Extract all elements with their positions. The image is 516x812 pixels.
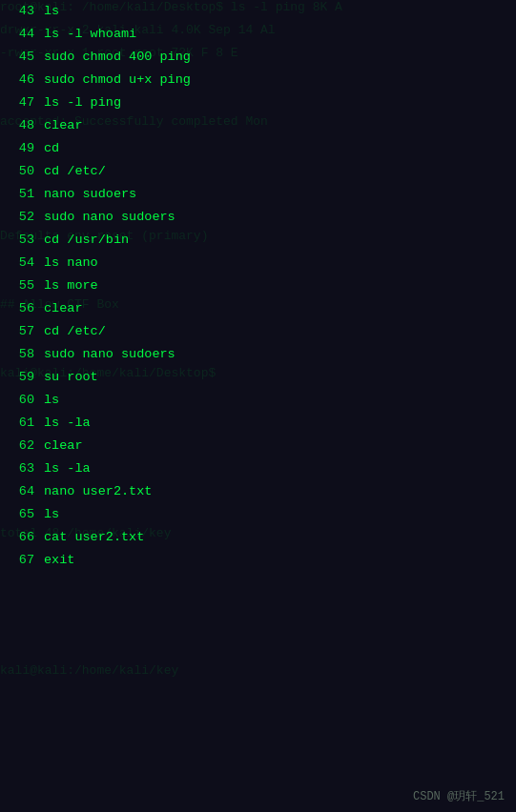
command-text: cd /etc/ xyxy=(44,324,106,338)
line-number: 59 xyxy=(8,370,44,384)
command-text: ls xyxy=(44,507,59,521)
command-text: cd xyxy=(44,141,59,155)
table-row: 50cd /etc/ xyxy=(0,164,516,187)
command-text: sudo nano sudoers xyxy=(44,347,175,361)
command-text: ls -la xyxy=(44,416,91,430)
line-number: 65 xyxy=(8,507,44,521)
watermark: CSDN @玥轩_521 xyxy=(413,788,505,804)
table-row: 47ls -l ping xyxy=(0,95,516,118)
command-text: clear xyxy=(44,438,83,453)
command-text: cd /etc/ xyxy=(44,164,106,178)
line-number: 47 xyxy=(8,95,44,110)
command-text: exit xyxy=(44,553,74,567)
table-row: 51nano sudoers xyxy=(0,187,516,210)
command-text: cat user2.txt xyxy=(44,530,144,544)
command-text: ls -la xyxy=(44,461,91,476)
line-number: 44 xyxy=(8,27,44,41)
terminal-window: root@kali: /home/kali/Desktop$ ls -l pin… xyxy=(0,0,516,812)
line-number: 50 xyxy=(8,164,44,178)
line-number: 64 xyxy=(8,484,44,498)
command-text: nano sudoers xyxy=(44,187,136,201)
table-row: 59su root xyxy=(0,370,516,393)
ghost-text: kali@kali:/home/kali/key xyxy=(0,663,516,678)
line-number: 61 xyxy=(8,416,44,430)
table-row: 48clear xyxy=(0,118,516,141)
table-row: 46sudo chmod u+x ping xyxy=(0,72,516,95)
line-number: 60 xyxy=(8,393,44,407)
table-row: 62clear xyxy=(0,438,516,461)
table-row: 52sudo nano sudoers xyxy=(0,210,516,233)
table-row: 57cd /etc/ xyxy=(0,324,516,347)
table-row: 58sudo nano sudoers xyxy=(0,347,516,370)
command-text: ls xyxy=(44,4,59,18)
line-number: 55 xyxy=(8,278,44,293)
line-number: 48 xyxy=(8,118,44,132)
line-number: 54 xyxy=(8,255,44,270)
table-row: 64nano user2.txt xyxy=(0,484,516,507)
line-number: 46 xyxy=(8,72,44,87)
table-row: 45sudo chmod 400 ping xyxy=(0,50,516,72)
command-text: ls xyxy=(44,393,59,407)
table-row: 67exit xyxy=(0,553,516,576)
line-number: 58 xyxy=(8,347,44,361)
command-text: sudo chmod u+x ping xyxy=(44,72,191,87)
line-number: 56 xyxy=(8,301,44,315)
table-row: 53cd /usr/bin xyxy=(0,233,516,255)
line-number: 51 xyxy=(8,187,44,201)
table-row: 65ls xyxy=(0,507,516,530)
table-row: 49cd xyxy=(0,141,516,164)
line-number: 63 xyxy=(8,461,44,476)
command-text: ls more xyxy=(44,278,98,293)
command-text: cd /usr/bin xyxy=(44,233,129,247)
line-number: 57 xyxy=(8,324,44,338)
table-row: 66cat user2.txt xyxy=(0,530,516,553)
table-row: 56clear xyxy=(0,301,516,324)
line-number: 49 xyxy=(8,141,44,155)
command-text: ls nano xyxy=(44,255,98,270)
table-row: 60ls xyxy=(0,393,516,416)
command-text: ls -l ping xyxy=(44,95,121,110)
command-text: su root xyxy=(44,370,98,384)
line-number: 62 xyxy=(8,438,44,453)
table-row: 61ls -la xyxy=(0,416,516,438)
table-row: 63ls -la xyxy=(0,461,516,484)
line-number: 67 xyxy=(8,553,44,567)
line-number: 52 xyxy=(8,210,44,224)
line-number: 43 xyxy=(8,4,44,18)
table-row: 54ls nano xyxy=(0,255,516,278)
table-row: 43ls xyxy=(0,4,516,27)
line-number: 66 xyxy=(8,530,44,544)
command-text: clear xyxy=(44,301,83,315)
command-text: clear xyxy=(44,118,83,132)
table-row: 55ls more xyxy=(0,278,516,301)
command-text: sudo nano sudoers xyxy=(44,210,175,224)
command-text: nano user2.txt xyxy=(44,484,152,498)
line-number: 45 xyxy=(8,50,44,64)
line-number: 53 xyxy=(8,233,44,247)
command-text: ls -l whoami xyxy=(44,27,136,41)
table-row: 44ls -l whoami xyxy=(0,27,516,50)
command-list: 43ls44ls -l whoami45sudo chmod 400 ping4… xyxy=(0,0,516,579)
command-text: sudo chmod 400 ping xyxy=(44,50,191,64)
